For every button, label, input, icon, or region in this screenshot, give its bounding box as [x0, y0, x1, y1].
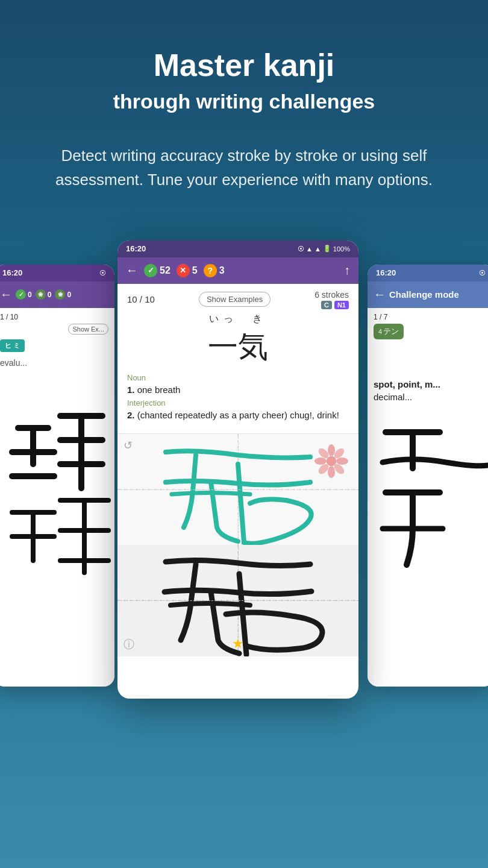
status-time-center: 16:20 [126, 244, 146, 253]
definition-section: Noun 1. one breath Interjection 2. (chan… [127, 372, 349, 425]
content-header: 10 / 10 Show Examples 6 strokes C N1 [127, 290, 349, 309]
status-icon-center: ⦿ [298, 245, 304, 253]
svg-point-5 [314, 458, 327, 465]
kanji-main-char: 一気 [127, 327, 349, 367]
header-section: Master kanji through writing challenges … [0, 0, 488, 216]
eval-text-left: evalu... [0, 358, 108, 368]
wifi-icon: ▲ [306, 245, 313, 253]
battery-icon: 🔋 [323, 245, 331, 253]
flower2-circle-left: ❀ [55, 289, 65, 300]
page-num-right: 1 / 7 [374, 313, 488, 321]
svg-point-4 [328, 466, 335, 478]
score-bar-center: ← ✓ 52 ✕ 5 ? 3 ↑ [117, 257, 358, 284]
up-arrow[interactable]: ↑ [344, 263, 350, 277]
yellow-circle: ? [204, 264, 217, 277]
def-1-num: 1. [127, 385, 135, 395]
page-num-left: 1 / 10 [0, 313, 108, 321]
svg-point-11 [327, 456, 336, 466]
phone-center: 16:20 ⦿ ▲ ▲ 🔋 100% ← ✓ 52 ✕ 5 ? 3 [117, 241, 358, 699]
score-item-red: ✕ 5 [177, 264, 198, 277]
left-kanji-display [0, 380, 108, 623]
sub-title: through writing challenges [36, 90, 452, 113]
right-def-text: spot, point, m... [374, 379, 488, 389]
flower-decoration [313, 443, 349, 482]
svg-point-6 [336, 458, 348, 465]
status-time-left: 16:20 [2, 268, 22, 277]
kanji-reading: いっ き [127, 313, 349, 326]
status-bar-center: 16:20 ⦿ ▲ ▲ 🔋 100% [117, 241, 358, 257]
back-arrow-center[interactable]: ← [126, 263, 138, 277]
description: Detect writing accuracy stroke by stroke… [36, 143, 452, 192]
show-examples-btn[interactable]: Show Examples [199, 292, 271, 307]
def-2-num: 2. [127, 410, 135, 420]
phone-left: 16:20 ⦿ ← ✓ 0 ❀ 0 ❀ 0 1 / 10 Show Ex... [0, 265, 114, 687]
strokes-label: 6 strokes [314, 290, 349, 300]
reset-icon[interactable]: ↺ [124, 439, 133, 452]
back-arrow-right[interactable]: ← [374, 288, 386, 301]
def-2-text: (chanted repeatedly as a party cheer) ch… [137, 410, 339, 420]
challenge-mode-label: Challenge mode [389, 289, 459, 300]
status-icons-center: ⦿ ▲ ▲ 🔋 100% [298, 245, 350, 253]
score-item-yellow: ? 3 [204, 264, 225, 277]
phone-right: 16:20 ⦿ ← Challenge mode 1 / 7 4 テン spot… [368, 265, 488, 687]
pos-noun: Noun [127, 373, 349, 382]
page-number: 10 / 10 [127, 294, 155, 304]
score-item-flower2-left: ❀ 0 [55, 289, 71, 300]
status-bar-right: 16:20 ⦿ [368, 265, 488, 281]
score-red-val: 5 [192, 265, 198, 276]
status-icon-left: ⦿ [99, 269, 106, 277]
strokes-info: 6 strokes C N1 [314, 290, 349, 309]
flower-svg [313, 443, 349, 479]
star-icon[interactable]: ★ [232, 636, 244, 652]
back-arrow-left[interactable]: ← [0, 288, 12, 301]
svg-point-3 [328, 444, 335, 456]
badge-row: C N1 [314, 301, 349, 309]
right-kanji-svg [374, 408, 488, 649]
battery-pct: 100% [333, 245, 350, 253]
flower-circle-left: ❀ [36, 289, 46, 300]
main-title: Master kanji [36, 48, 452, 83]
score-item-flower-left: ❀ 0 [36, 289, 52, 300]
score-item-green-left: ✓ 0 [16, 289, 32, 300]
phone-left-content: 1 / 10 Show Ex... ヒ ミ evalu... [0, 308, 114, 687]
writing-area[interactable]: ↺ [117, 433, 358, 656]
def-1-text: one breath [137, 385, 181, 395]
def-1: 1. one breath [127, 383, 349, 396]
badge-n1: N1 [334, 301, 349, 309]
left-kanji-svg [0, 380, 114, 621]
pos-interjection: Interjection [127, 398, 349, 407]
score-bar-left: ← ✓ 0 ❀ 0 ❀ 0 [0, 281, 114, 308]
status-bar-left: 16:20 ⦿ [0, 265, 114, 281]
right-phone-header: ← Challenge mode [368, 281, 488, 308]
status-icon-right: ⦿ [479, 269, 486, 277]
hiragana-badge-left: ヒ ミ [0, 339, 25, 352]
phones-container: 16:20 ⦿ ← ✓ 0 ❀ 0 ❀ 0 1 / 10 Show Ex... [0, 241, 488, 711]
def-2: 2. (chanted repeatedly as a party cheer)… [127, 409, 349, 421]
score-yellow-val: 3 [219, 265, 225, 276]
right-def-text2: decimal... [374, 392, 488, 402]
right-kanji-badge: 4 テン [374, 324, 404, 339]
status-time-right: 16:20 [376, 268, 396, 277]
content-area: 10 / 10 Show Examples 6 strokes C N1 いっ … [117, 284, 358, 431]
phone-right-content: 1 / 7 4 テン spot, point, m... decimal... [368, 308, 488, 687]
green-circle: ✓ [144, 264, 157, 277]
badge-c: C [321, 301, 332, 309]
green-circle-left: ✓ [16, 289, 26, 300]
score-item-green: ✓ 52 [144, 264, 170, 277]
signal-icon: ▲ [314, 245, 321, 253]
info-icon[interactable]: ⓘ [124, 637, 134, 652]
score-green-val: 52 [160, 265, 170, 276]
show-ex-left[interactable]: Show Ex... [68, 324, 108, 335]
red-circle: ✕ [177, 264, 190, 277]
